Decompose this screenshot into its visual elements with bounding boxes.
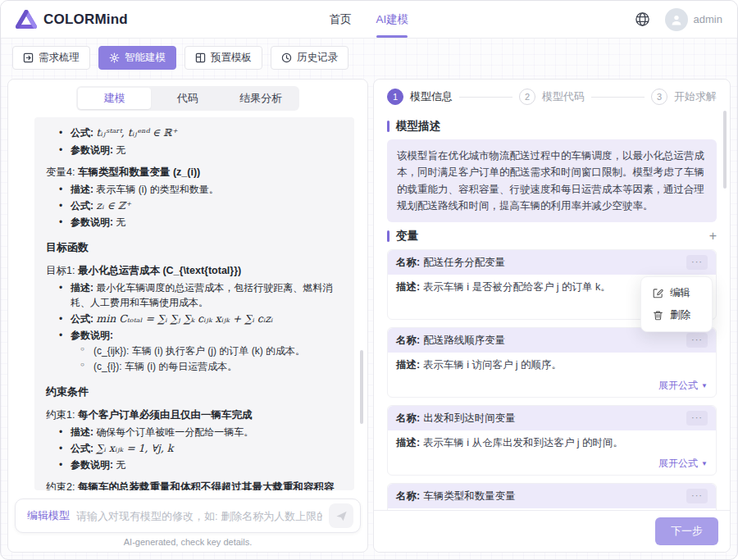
toolbar-templates-button[interactable]: 预置模板	[184, 46, 262, 70]
variable-card: 名称: 配送任务分配变量 ··· 描述: 表示车辆 i 是否被分配给客户 j 的…	[387, 249, 717, 320]
model-markdown-panel: 建模 代码 结果分析 公式: tᵢⱼˢᵗᵃʳᵗ, tᵢⱼᵉⁿᵈ ∈ ℝ⁺参数说明…	[7, 79, 368, 553]
menu-item-label: 删除	[670, 308, 690, 322]
menu-item-delete[interactable]: 删除	[646, 304, 707, 326]
doc-formula: zᵢ ∈ ℤ⁺	[96, 199, 130, 212]
step-number: 1	[387, 89, 403, 105]
step-model-code[interactable]: 2 模型代码	[519, 89, 585, 105]
add-variable-button[interactable]: +	[709, 230, 717, 243]
more-menu-button[interactable]: ···	[686, 333, 708, 348]
variable-card: 名称: 车辆类型和数量变量 ··· 描述: 表示车辆 i 的类型和数量。 展开公…	[387, 483, 717, 510]
tab-modeling[interactable]: 建模	[78, 88, 151, 109]
variable-desc: 表示车辆 i 访问客户 j 的顺序。	[423, 359, 562, 371]
step-number: 3	[651, 89, 667, 105]
doc-item-text: 最小化车辆调度的总运营成本，包括行驶距离、燃料消耗、人工费用和车辆使用成本。	[71, 282, 332, 308]
section-accent-bar	[387, 121, 390, 132]
variable-card-body: 描述: 表示车辆 i 访问客户 j 的顺序。 展开公式▼	[388, 353, 716, 397]
doc-heading-prefix: 约束2:	[46, 481, 78, 490]
doc-item-label: 参数说明:	[71, 459, 116, 471]
step-label: 开始求解	[674, 89, 717, 104]
doc-item-label: 公式:	[71, 443, 96, 454]
more-menu-button[interactable]: ···	[686, 255, 708, 270]
variable-desc: 表示车辆 i 是否被分配给客户 j 的订单 k。	[423, 281, 611, 293]
step-model-info[interactable]: 1 模型信息	[387, 89, 453, 105]
doc-heading-prefix: 目标1:	[46, 265, 78, 276]
trash-icon	[653, 310, 663, 321]
more-menu-button[interactable]: ···	[686, 411, 708, 426]
toolbar-label: 预置模板	[211, 51, 252, 65]
section-accent-bar	[387, 230, 390, 242]
doc-heading-prefix: 约束1:	[46, 409, 78, 421]
section-title: 变量	[396, 229, 418, 244]
doc-bullet-item: 描述: 最小化车辆调度的总运营成本，包括行驶距离、燃料消耗、人工费用和车辆使用成…	[46, 280, 343, 310]
section-model-description: 模型描述	[387, 119, 717, 134]
toolbar: 需求梳理 智能建模 预置模板	[1, 39, 737, 75]
menu-item-label: 编辑	[670, 286, 690, 300]
tab-code[interactable]: 代码	[151, 88, 224, 109]
model-description-text: 该模型旨在优化城市物流配送过程中的车辆调度，以最小化总运营成本，同时满足客户订单…	[387, 139, 717, 222]
chevron-down-icon: ▼	[701, 382, 708, 389]
expand-row: 展开公式▼	[396, 379, 708, 391]
clock-icon	[281, 52, 292, 63]
expand-row: 展开公式▼	[396, 457, 708, 469]
chevron-down-icon: ▼	[701, 460, 708, 467]
model-info-scroll-area: 模型描述 该模型旨在优化城市物流配送过程中的车辆调度，以最小化总运营成本，同时满…	[374, 112, 730, 510]
tab-result-analysis[interactable]: 结果分析	[225, 88, 298, 109]
toolbar-history-button[interactable]: 历史记录	[271, 46, 348, 70]
variable-card-body: 描述: 表示车辆 i 的类型和数量。 展开公式▼	[388, 508, 716, 510]
step-connector	[591, 97, 645, 98]
doc-item-label: 公式:	[71, 200, 96, 212]
section-title: 模型描述	[396, 119, 440, 134]
toolbar-label: 智能建模	[125, 51, 166, 65]
toolbar-smart-modeling-button[interactable]: 智能建模	[98, 46, 176, 70]
colormind-logo-icon	[16, 10, 37, 30]
nav-item-home[interactable]: 首页	[330, 1, 352, 38]
doc-bullet-item: 描述: 表示车辆 (i) 的类型和数量。	[46, 182, 343, 197]
more-menu-button[interactable]: ···	[686, 489, 708, 503]
doc-sub-item: (c_{ijk}): 车辆 (i) 执行客户 (j) 的订单 (k) 的成本。	[71, 344, 343, 358]
doc-bullet-list: 描述: 表示车辆 (i) 的类型和数量。公式: zᵢ ∈ ℤ⁺参数说明: 无	[46, 182, 343, 230]
menu-item-edit[interactable]: 编辑	[646, 282, 707, 304]
variable-name: 车辆类型和数量变量	[423, 489, 516, 503]
requirement-frame-icon	[23, 52, 34, 63]
right-scrollbar[interactable]	[723, 111, 727, 189]
left-scrollbar[interactable]	[360, 350, 363, 424]
step-start-solve[interactable]: 3 开始求解	[651, 89, 717, 105]
expand-formula-link[interactable]: 展开公式▼	[658, 457, 708, 471]
doc-item-text: 无	[116, 216, 125, 228]
doc-heading-title: 每个客户订单必须由且仅由一辆车完成	[78, 409, 253, 421]
user-menu[interactable]: admin	[665, 8, 722, 31]
name-label: 名称:	[396, 334, 420, 348]
doc-bullet-item: 公式: zᵢ ∈ ℤ⁺	[46, 198, 343, 214]
doc-bullet-list: 描述: 最小化车辆调度的总运营成本，包括行驶距离、燃料消耗、人工费用和车辆使用成…	[46, 280, 343, 375]
toolbar-requirement-button[interactable]: 需求梳理	[12, 46, 90, 70]
model-document: 公式: tᵢⱼˢᵗᵃʳᵗ, tᵢⱼᵉⁿᵈ ∈ ℝ⁺参数说明: 无变量4: 车辆类…	[34, 117, 354, 490]
desc-label: 描述:	[396, 281, 420, 293]
send-button[interactable]	[329, 503, 353, 528]
doc-bullet-item: 描述: 确保每个订单被唯一分配给一辆车。	[46, 425, 343, 439]
step-label: 模型代码	[542, 89, 585, 104]
doc-heading: 目标1: 最小化总运营成本 (C_{\text{total}})	[46, 263, 343, 279]
variable-card-header: 名称: 出发和到达时间变量 ···	[388, 406, 716, 430]
doc-formula: ∑ᵢ xᵢⱼₖ = 1, ∀j, k	[96, 442, 173, 454]
name-label: 名称:	[396, 256, 420, 270]
expand-formula-link[interactable]: 展开公式▼	[658, 379, 708, 393]
doc-item-label: 描述:	[71, 426, 96, 438]
next-step-button[interactable]: 下一步	[655, 517, 718, 545]
doc-sub-item: (c_{i}): 车辆 (i) 的每日运营成本。	[71, 359, 343, 374]
variable-card-header: 名称: 车辆类型和数量变量 ···	[388, 484, 716, 508]
step-connector	[459, 97, 512, 98]
nav-item-ai-modeling[interactable]: AI建模	[376, 1, 409, 38]
step-number: 2	[519, 89, 535, 105]
edit-model-label: 编辑模型	[27, 508, 70, 523]
step-label: 模型信息	[410, 89, 453, 104]
doc-item-label: 参数说明:	[71, 144, 116, 156]
section-variables: 变量 +	[387, 229, 717, 244]
variable-context-menu: 编辑 删除	[640, 276, 713, 332]
edit-model-input[interactable]	[76, 510, 322, 522]
language-globe-icon[interactable]	[635, 11, 650, 27]
toolbar-label: 需求梳理	[39, 51, 80, 65]
doc-bullet-item: 参数说明: (c_{ijk}): 车辆 (i) 执行客户 (j) 的订单 (k)…	[46, 328, 343, 374]
variable-name: 配送任务分配变量	[423, 256, 505, 270]
doc-bullet-item: 参数说明: 无	[46, 143, 343, 157]
doc-bullet-list: 描述: 确保每个订单被唯一分配给一辆车。公式: ∑ᵢ xᵢⱼₖ = 1, ∀j,…	[46, 425, 343, 473]
